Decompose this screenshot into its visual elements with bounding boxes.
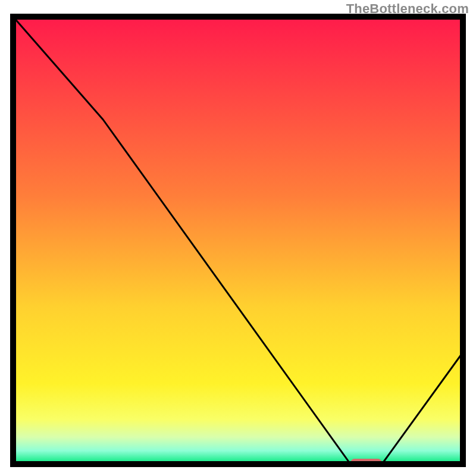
bottleneck-chart xyxy=(0,0,476,476)
chart-background xyxy=(13,17,463,464)
chart-container: TheBottleneck.com xyxy=(0,0,476,476)
attribution-label: TheBottleneck.com xyxy=(346,1,469,17)
